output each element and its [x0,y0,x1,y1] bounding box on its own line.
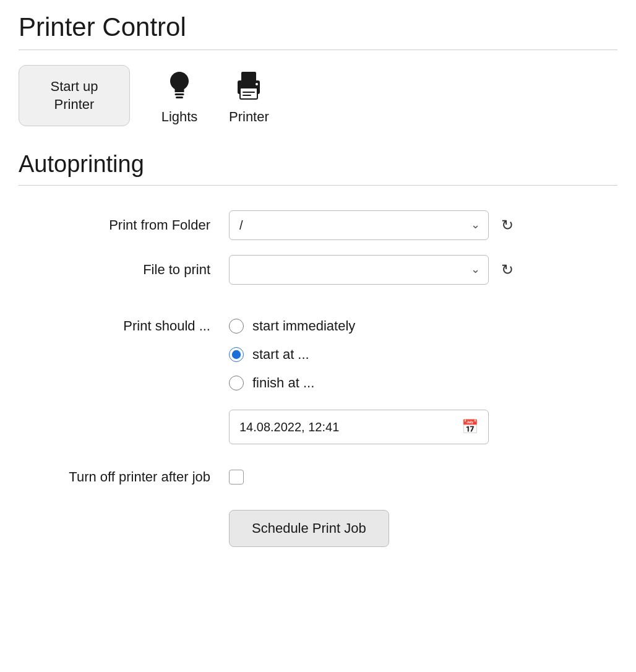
turn-off-printer-checkbox[interactable] [229,470,244,485]
lights-icon [161,67,198,104]
radio-start-immediately[interactable]: start immediately [229,318,355,334]
turn-off-printer-row: Turn off printer after job [31,469,605,485]
radio-finish-at-input[interactable] [229,376,244,390]
file-to-print-label: File to print [31,262,229,278]
printer-icon [230,67,267,104]
file-to-print-refresh-icon[interactable]: ↻ [496,259,518,281]
datetime-value: 14.08.2022, 12:41 [239,420,339,434]
turn-off-printer-label: Turn off printer after job [31,469,229,485]
radio-start-immediately-label: start immediately [252,318,355,334]
print-from-folder-select-wrapper: / [229,210,489,240]
radio-start-immediately-input[interactable] [229,319,244,334]
radio-start-at-label: start at ... [252,347,309,363]
svg-rect-3 [241,72,256,82]
autoprinting-form: Print from Folder / ↻ File to print ↻ Pr… [19,210,617,547]
svg-point-8 [256,83,258,85]
svg-rect-4 [240,88,257,99]
svg-rect-1 [176,97,183,98]
autoprinting-title: Autoprinting [19,151,617,186]
file-to-print-select-wrapper [229,255,489,285]
svg-rect-6 [243,92,255,93]
datetime-picker[interactable]: 14.08.2022, 12:41 📅 [229,410,489,444]
print-schedule-options: start immediately start at ... finish at… [229,318,355,391]
print-from-folder-select[interactable]: / [229,210,489,240]
radio-start-at[interactable]: start at ... [229,347,355,363]
startup-printer-button[interactable]: Start up Printer [19,65,130,126]
calendar-icon: 📅 [462,419,478,435]
print-from-folder-label: Print from Folder [31,217,229,233]
print-from-folder-row: Print from Folder / ↻ [31,210,605,240]
printer-control[interactable]: Printer [229,67,269,125]
page-title: Printer Control [19,12,617,50]
lights-control[interactable]: Lights [161,67,198,125]
datetime-row: 14.08.2022, 12:41 📅 [31,410,605,444]
lights-label: Lights [161,109,198,125]
svg-rect-7 [243,95,251,96]
file-to-print-select[interactable] [229,255,489,285]
print-from-folder-controls: / ↻ [229,210,518,240]
file-to-print-row: File to print ↻ [31,255,605,285]
radio-finish-at[interactable]: finish at ... [229,375,355,391]
print-from-folder-refresh-icon[interactable]: ↻ [496,214,518,236]
radio-finish-at-label: finish at ... [252,375,314,391]
top-controls: Start up Printer Lights Printer [19,65,617,126]
svg-rect-0 [175,93,184,95]
schedule-print-job-button[interactable]: Schedule Print Job [229,510,389,547]
print-should-label: Print should ... [31,318,229,334]
radio-start-at-input[interactable] [229,347,244,362]
print-should-row: Print should ... start immediately start… [31,318,605,391]
file-to-print-controls: ↻ [229,255,518,285]
printer-label: Printer [229,109,269,125]
